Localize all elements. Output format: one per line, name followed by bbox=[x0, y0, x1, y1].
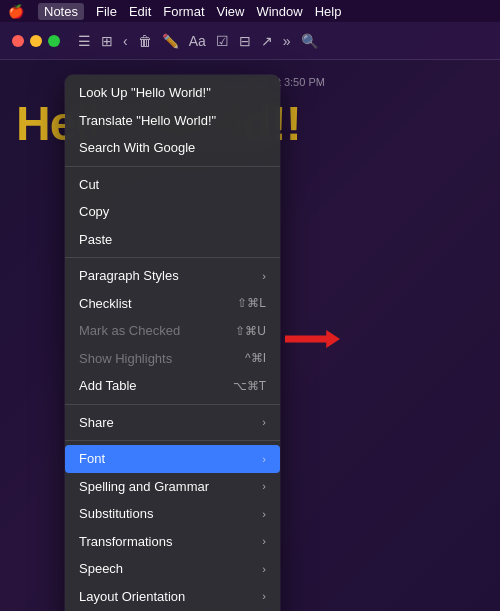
ctx-arrow-share: › bbox=[262, 414, 266, 431]
ctx-item-layout-orientation[interactable]: Layout Orientation› bbox=[65, 583, 280, 611]
ctx-item-lookup[interactable]: Look Up "Hello World!" bbox=[65, 79, 280, 107]
menu-notes[interactable]: Notes bbox=[38, 3, 84, 20]
ctx-label-search-google: Search With Google bbox=[79, 138, 266, 158]
ctx-label-checklist: Checklist bbox=[79, 294, 229, 314]
ctx-item-transformations[interactable]: Transformations› bbox=[65, 528, 280, 556]
ctx-separator-paste bbox=[65, 257, 280, 258]
ctx-label-copy: Copy bbox=[79, 202, 266, 222]
red-arrow bbox=[285, 330, 340, 348]
ctx-label-paste: Paste bbox=[79, 230, 266, 250]
ctx-arrow-speech: › bbox=[262, 561, 266, 578]
ctx-separator-share bbox=[65, 440, 280, 441]
ctx-item-paste[interactable]: Paste bbox=[65, 226, 280, 254]
ctx-label-share: Share bbox=[79, 413, 258, 433]
ctx-label-cut: Cut bbox=[79, 175, 266, 195]
ctx-label-substitutions: Substitutions bbox=[79, 504, 258, 524]
ctx-item-search-google[interactable]: Search With Google bbox=[65, 134, 280, 162]
ctx-item-translate[interactable]: Translate "Hello World!" bbox=[65, 107, 280, 135]
ctx-shortcut-checklist: ⇧⌘L bbox=[237, 294, 266, 312]
delete-icon[interactable]: 🗑 bbox=[138, 33, 152, 49]
ctx-label-speech: Speech bbox=[79, 559, 258, 579]
search-icon[interactable]: 🔍 bbox=[301, 33, 318, 49]
ctx-shortcut-add-table: ⌥⌘T bbox=[233, 377, 266, 395]
ctx-label-add-table: Add Table bbox=[79, 376, 225, 396]
back-icon[interactable]: ‹ bbox=[123, 33, 128, 49]
ctx-arrow-paragraph-styles: › bbox=[262, 268, 266, 285]
checklist-icon[interactable]: ☑ bbox=[216, 33, 229, 49]
minimize-button[interactable] bbox=[30, 35, 42, 47]
ctx-arrow-substitutions: › bbox=[262, 506, 266, 523]
ctx-item-share[interactable]: Share› bbox=[65, 409, 280, 437]
menu-file[interactable]: File bbox=[96, 4, 117, 19]
ctx-separator-search-google bbox=[65, 166, 280, 167]
ctx-item-add-table[interactable]: Add Table⌥⌘T bbox=[65, 372, 280, 400]
ctx-shortcut-mark-as-checked: ⇧⌘U bbox=[235, 322, 266, 340]
share-icon[interactable]: ↗ bbox=[261, 33, 273, 49]
menu-format[interactable]: Format bbox=[163, 4, 204, 19]
traffic-lights bbox=[12, 35, 60, 47]
ctx-separator-add-table bbox=[65, 404, 280, 405]
ctx-item-copy[interactable]: Copy bbox=[65, 198, 280, 226]
ctx-label-layout-orientation: Layout Orientation bbox=[79, 587, 258, 607]
menu-edit[interactable]: Edit bbox=[129, 4, 151, 19]
close-button[interactable] bbox=[12, 35, 24, 47]
apple-menu[interactable]: 🍎 bbox=[8, 4, 24, 19]
ctx-arrow-spelling-grammar: › bbox=[262, 478, 266, 495]
menu-view[interactable]: View bbox=[217, 4, 245, 19]
ctx-label-font: Font bbox=[79, 449, 258, 469]
ctx-arrow-font: › bbox=[262, 451, 266, 468]
more-icon[interactable]: » bbox=[283, 33, 291, 49]
ctx-item-spelling-grammar[interactable]: Spelling and Grammar› bbox=[65, 473, 280, 501]
ctx-label-mark-as-checked: Mark as Checked bbox=[79, 321, 227, 341]
ctx-item-cut[interactable]: Cut bbox=[65, 171, 280, 199]
ctx-label-paragraph-styles: Paragraph Styles bbox=[79, 266, 258, 286]
ctx-item-checklist[interactable]: Checklist⇧⌘L bbox=[65, 290, 280, 318]
ctx-label-show-highlights: Show Highlights bbox=[79, 349, 237, 369]
ctx-label-transformations: Transformations bbox=[79, 532, 258, 552]
ctx-item-paragraph-styles[interactable]: Paragraph Styles› bbox=[65, 262, 280, 290]
ctx-item-font[interactable]: Font› bbox=[65, 445, 280, 473]
ctx-arrow-transformations: › bbox=[262, 533, 266, 550]
format-icon[interactable]: Aa bbox=[189, 33, 206, 49]
ctx-item-show-highlights: Show Highlights^⌘I bbox=[65, 345, 280, 373]
sidebar-toggle-icon[interactable]: ☰ bbox=[78, 33, 91, 49]
ctx-item-speech[interactable]: Speech› bbox=[65, 555, 280, 583]
ctx-label-spelling-grammar: Spelling and Grammar bbox=[79, 477, 258, 497]
ctx-item-mark-as-checked: Mark as Checked⇧⌘U bbox=[65, 317, 280, 345]
ctx-label-lookup: Look Up "Hello World!" bbox=[79, 83, 266, 103]
context-menu: Look Up "Hello World!"Translate "Hello W… bbox=[65, 75, 280, 611]
ctx-arrow-layout-orientation: › bbox=[262, 588, 266, 605]
menu-window[interactable]: Window bbox=[256, 4, 302, 19]
menu-bar: 🍎 Notes File Edit Format View Window Hel… bbox=[0, 0, 500, 22]
toolbar: ☰ ⊞ ‹ 🗑 ✏️ Aa ☑ ⊟ ↗ » 🔍 bbox=[0, 22, 500, 60]
table-icon[interactable]: ⊟ bbox=[239, 33, 251, 49]
grid-view-icon[interactable]: ⊞ bbox=[101, 33, 113, 49]
compose-icon[interactable]: ✏️ bbox=[162, 33, 179, 49]
ctx-shortcut-show-highlights: ^⌘I bbox=[245, 349, 266, 367]
menu-help[interactable]: Help bbox=[315, 4, 342, 19]
ctx-item-substitutions[interactable]: Substitutions› bbox=[65, 500, 280, 528]
maximize-button[interactable] bbox=[48, 35, 60, 47]
arrow-body bbox=[285, 330, 340, 348]
ctx-label-translate: Translate "Hello World!" bbox=[79, 111, 266, 131]
